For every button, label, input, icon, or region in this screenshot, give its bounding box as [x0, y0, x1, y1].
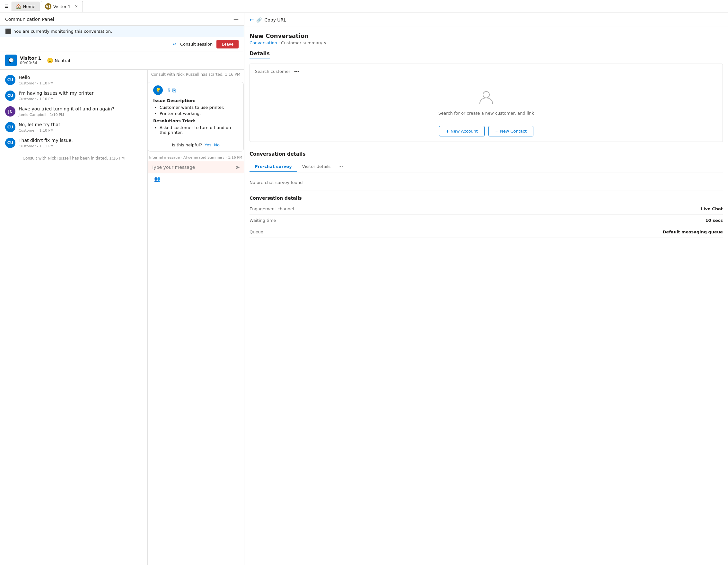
engagement-label: Engagement channel	[250, 207, 294, 211]
ai-summary-card: 💡 ℹ ⎘ Issue Description: Customer wants …	[148, 82, 244, 152]
sentiment-icon: 🙂	[47, 57, 53, 64]
message-text-1: Hello	[19, 75, 54, 80]
conversation-details-title: Conversation details	[250, 151, 723, 157]
avatar-cu-1: CU	[5, 75, 15, 85]
avatar-cu-2: CU	[5, 91, 15, 101]
right-panel: ← 🔗 Copy URL New Conversation Conversati…	[244, 13, 728, 565]
tab-close-icon[interactable]: ✕	[74, 4, 79, 9]
breadcrumb-separator: ·	[278, 40, 280, 45]
message-meta-1: Customer - 1:10 PM	[19, 81, 54, 85]
avatar-cu-3: CU	[5, 122, 15, 132]
search-dashes: ---	[294, 69, 299, 74]
message-meta-5: Customer - 1:11 PM	[19, 144, 73, 148]
add-participant-button[interactable]: 👥	[153, 175, 162, 183]
consult-session-bar: ↩ Consult session Leave	[0, 37, 244, 51]
back-button[interactable]: ←	[250, 17, 254, 23]
no-survey-text: No pre-chat survey found	[250, 178, 723, 190]
sentiment-indicator: 🙂 Neutral	[47, 57, 70, 64]
conversation-tabs: Pre-chat survey Visitor details ···	[250, 161, 723, 172]
placeholder-text: Search for or create a new customer, and…	[438, 111, 534, 116]
chat-area: CU Hello Customer - 1:10 PM CU I'm havin…	[0, 70, 244, 565]
sentiment-label: Neutral	[55, 58, 70, 63]
send-button[interactable]: ➤	[235, 164, 240, 171]
customer-card: Search customer --- Search for or create…	[250, 64, 723, 142]
resolution-list: Asked customer to turn off and on the pr…	[153, 125, 238, 135]
tab-visitor1[interactable]: V1 Visitor 1 ✕	[41, 1, 83, 12]
main-container: Communication Panel — ⬛ You are currentl…	[0, 13, 728, 565]
ai-bulb-icon: 💡	[153, 85, 163, 95]
new-conversation-section: New Conversation Conversation · Customer…	[244, 27, 728, 45]
message-group: JC Have you tried turning it off and on …	[5, 106, 142, 117]
new-contact-button[interactable]: + New Contact	[488, 126, 533, 137]
detail-row-waiting: Waiting time 10 secs	[250, 215, 723, 226]
svg-point-0	[483, 92, 489, 98]
detail-row-queue: Queue Default messaging queue	[250, 226, 723, 238]
issue-title: Issue Description:	[153, 98, 238, 103]
tab-pre-chat-survey[interactable]: Pre-chat survey	[250, 162, 297, 172]
message-input[interactable]	[152, 165, 232, 170]
waiting-value: 10 secs	[705, 218, 723, 223]
breadcrumb-conversation[interactable]: Conversation	[250, 40, 277, 45]
left-panel: Communication Panel — ⬛ You are currentl…	[0, 13, 244, 565]
tab-visitor1-label: Visitor 1	[53, 4, 70, 9]
conversation-details-section: Conversation details Pre-chat survey Vis…	[244, 146, 728, 243]
message-group: CU I'm having issues with my printer Cus…	[5, 91, 142, 101]
issue-item-2: Printer not working.	[160, 111, 238, 116]
chevron-down-icon[interactable]: ∨	[324, 40, 327, 45]
message-input-area: ➤	[148, 161, 244, 173]
helpful-row: Is this helpful? Yes No	[148, 140, 243, 151]
consult-icon: ↩	[173, 42, 176, 47]
customer-placeholder: Search for or create a new customer, and…	[255, 84, 717, 121]
details-section: Details Search customer --- Search for o…	[244, 50, 728, 142]
title-bar: ☰ 🏠 Home V1 Visitor 1 ✕	[0, 0, 728, 13]
tab-home[interactable]: 🏠 Home	[12, 2, 39, 11]
breadcrumb-current: Customer summary ∨	[281, 40, 327, 45]
leave-button[interactable]: Leave	[216, 40, 239, 49]
avatar-jc: JC	[5, 106, 15, 117]
new-buttons-row: + New Account + New Contact	[255, 126, 717, 137]
tab-home-label: Home	[23, 4, 35, 9]
message-group: CU Hello Customer - 1:10 PM	[5, 75, 142, 85]
resolution-title: Resolutions Tried:	[153, 119, 238, 123]
issue-item-1: Customer wants to use printer.	[160, 105, 238, 110]
waiting-label: Waiting time	[250, 218, 276, 223]
copy-button[interactable]: ⎘	[172, 87, 176, 93]
new-account-button[interactable]: + New Account	[439, 126, 485, 137]
consult-label: Consult session	[180, 42, 213, 47]
breadcrumb: Conversation · Customer summary ∨	[250, 40, 723, 45]
visitor-tab-avatar: V1	[45, 3, 51, 10]
person-icon	[478, 90, 494, 108]
new-conversation-title: New Conversation	[250, 32, 723, 39]
queue-label: Queue	[250, 230, 263, 234]
tab-visitor-details[interactable]: Visitor details	[297, 162, 336, 172]
more-tabs-button[interactable]: ···	[336, 161, 346, 172]
message-meta-3: Jamie Campbell - 1:10 PM	[19, 113, 114, 117]
yes-link[interactable]: Yes	[205, 143, 211, 147]
details-title: Details	[250, 50, 270, 58]
minimize-button[interactable]: —	[233, 16, 239, 22]
menu-icon[interactable]: ☰	[3, 2, 10, 11]
chat-right-panel: Consult with Nick Russell has started. 1…	[147, 70, 244, 565]
right-panel-header: ← 🔗 Copy URL	[244, 13, 728, 27]
message-group: CU That didn't fix my issue. Customer - …	[5, 138, 142, 148]
chat-messages: CU Hello Customer - 1:10 PM CU I'm havin…	[0, 70, 147, 565]
visitor-info: 💬 Visitor 1 00:00:54 🙂 Neutral	[0, 51, 244, 70]
conversation-details-subtitle: Conversation details	[250, 196, 723, 201]
info-button[interactable]: ℹ	[168, 87, 170, 93]
copy-url-label: Copy URL	[264, 17, 286, 22]
consult-notification: Consult with Nick Russell has been initi…	[5, 154, 142, 163]
message-text-2: I'm having issues with my printer	[19, 91, 93, 96]
search-label: Search customer	[255, 69, 290, 74]
no-link[interactable]: No	[214, 143, 220, 147]
message-meta-4: Customer - 1:10 PM	[19, 128, 62, 133]
internal-msg-label: Internal message - AI-generated Summary …	[148, 154, 244, 161]
message-meta-2: Customer - 1:10 PM	[19, 97, 93, 101]
monitor-icon: ⬛	[5, 28, 12, 34]
visitor-time: 00:00:54	[20, 61, 41, 65]
issue-list: Customer wants to use printer. Printer n…	[153, 105, 238, 116]
home-icon: 🏠	[16, 4, 21, 9]
resolution-item-1: Asked customer to turn off and on the pr…	[160, 125, 238, 135]
comm-panel-header: Communication Panel —	[0, 13, 244, 26]
visitor-avatar: 💬	[5, 55, 17, 66]
detail-row-engagement: Engagement channel Live Chat	[250, 203, 723, 215]
